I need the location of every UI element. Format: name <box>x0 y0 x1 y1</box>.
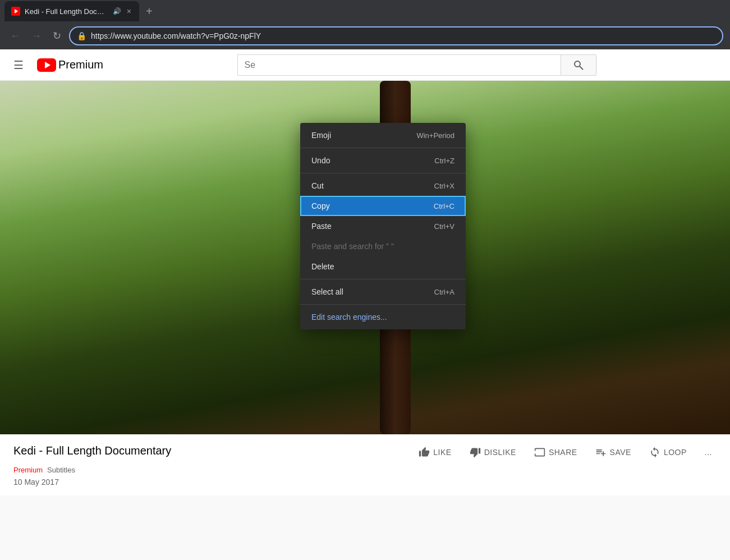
youtube-header: ☰ Premium <box>0 49 730 81</box>
copy-label: Copy <box>311 201 330 210</box>
more-button[interactable]: ... <box>700 444 717 460</box>
back-button[interactable]: ← <box>7 27 24 45</box>
context-menu-edit-search-engines[interactable]: Edit search engines... <box>300 307 466 327</box>
tab-audio-icon: 🔊 <box>113 7 121 15</box>
cut-label: Cut <box>311 181 324 190</box>
delete-label: Delete <box>311 262 334 271</box>
nav-bar: ← → ↻ 🔒 https://www.youtube.com/watch?v=… <box>0 22 730 49</box>
loop-icon <box>649 447 660 458</box>
context-menu-delete[interactable]: Delete <box>300 256 466 277</box>
hamburger-menu-button[interactable]: ☰ <box>9 54 28 76</box>
youtube-premium-text: Premium <box>58 58 103 71</box>
youtube-logo[interactable]: Premium <box>37 58 103 72</box>
undo-shortcut: Ctrl+Z <box>434 157 454 165</box>
cut-shortcut: Ctrl+X <box>434 182 454 190</box>
emoji-shortcut: Win+Period <box>416 131 454 140</box>
address-bar[interactable]: 🔒 https://www.youtube.com/watch?v=PpG0z-… <box>69 26 723 45</box>
save-button[interactable]: SAVE <box>591 443 636 461</box>
share-button[interactable]: SHARE <box>530 443 582 461</box>
menu-separator-2 <box>300 173 466 173</box>
menu-separator-3 <box>300 279 466 279</box>
video-actions: LIKE DISLIKE SHARE SAVE LOOP <box>414 443 717 461</box>
search-icon <box>573 59 584 71</box>
url-text: https://www.youtube.com/watch?v=PpG0z-np… <box>91 31 715 40</box>
premium-badge: Premium <box>13 466 43 474</box>
new-tab-button[interactable]: + <box>141 3 157 20</box>
emoji-label: Emoji <box>311 131 331 140</box>
copy-shortcut: Ctrl+C <box>434 202 454 210</box>
tab-title: Kedi - Full Length Document... <box>25 7 108 16</box>
menu-separator-4 <box>300 304 466 305</box>
share-icon <box>534 447 545 458</box>
browser-chrome: Kedi - Full Length Document... 🔊 × + ← →… <box>0 0 730 49</box>
tab-bar: Kedi - Full Length Document... 🔊 × + <box>0 0 730 22</box>
video-date: 10 May 2017 <box>13 478 717 486</box>
edit-search-engines-label: Edit search engines... <box>311 313 387 322</box>
reload-button[interactable]: ↻ <box>49 26 65 45</box>
svg-point-4 <box>575 61 580 67</box>
context-menu-paste-search: Paste and search for " " <box>300 236 466 256</box>
like-icon <box>419 447 430 458</box>
tab-favicon <box>11 7 20 16</box>
menu-separator-1 <box>300 148 466 148</box>
youtube-logo-icon <box>37 58 56 72</box>
search-button[interactable] <box>561 54 596 76</box>
context-menu-cut[interactable]: Cut Ctrl+X <box>300 176 466 196</box>
like-button[interactable]: LIKE <box>414 443 456 461</box>
tab-close-button[interactable]: × <box>126 6 132 17</box>
context-menu-emoji[interactable]: Emoji Win+Period <box>300 125 466 145</box>
search-input[interactable] <box>237 54 561 76</box>
undo-label: Undo <box>311 156 330 165</box>
loop-button[interactable]: LOOP <box>645 443 691 461</box>
dislike-icon <box>470 447 481 458</box>
context-menu-copy[interactable]: Copy Ctrl+C <box>300 196 466 216</box>
select-all-shortcut: Ctrl+A <box>434 288 454 296</box>
dislike-button[interactable]: DISLIKE <box>465 443 521 461</box>
paste-label: Paste <box>311 222 332 231</box>
forward-button[interactable]: → <box>28 27 45 45</box>
context-menu-select-all[interactable]: Select all Ctrl+A <box>300 282 466 302</box>
paste-shortcut: Ctrl+V <box>434 222 454 231</box>
subtitles-badge: Subtitles <box>47 466 75 474</box>
context-menu-undo[interactable]: Undo Ctrl+Z <box>300 150 466 171</box>
video-badges: Premium Subtitles <box>13 466 717 474</box>
search-container <box>237 54 596 76</box>
active-tab[interactable]: Kedi - Full Length Document... 🔊 × <box>4 1 139 21</box>
main-content: Kedi - Full Length Documentary LIKE DISL… <box>0 81 730 495</box>
context-menu-paste[interactable]: Paste Ctrl+V <box>300 216 466 236</box>
video-info: Kedi - Full Length Documentary LIKE DISL… <box>0 434 730 495</box>
lock-icon: 🔒 <box>77 31 86 40</box>
context-menu: Emoji Win+Period Undo Ctrl+Z Cut Ctrl+X … <box>300 123 466 329</box>
svg-line-5 <box>580 66 583 70</box>
paste-search-label: Paste and search for " " <box>311 242 394 251</box>
video-title-row: Kedi - Full Length Documentary LIKE DISL… <box>13 443 717 461</box>
save-icon <box>595 447 607 458</box>
video-title: Kedi - Full Length Documentary <box>13 443 171 458</box>
select-all-label: Select all <box>311 287 343 296</box>
